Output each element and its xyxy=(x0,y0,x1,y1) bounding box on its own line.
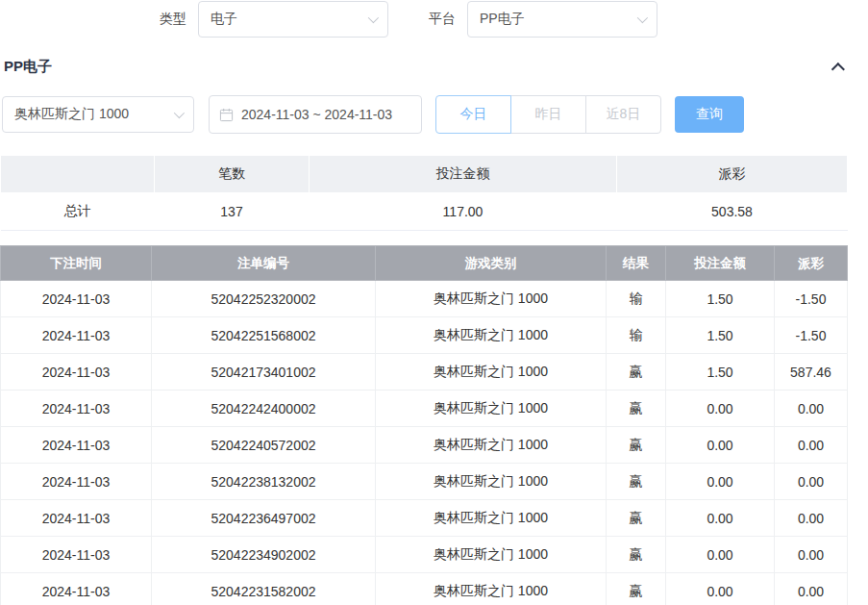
summary-header-count: 笔数 xyxy=(155,156,310,193)
cell-result: 赢 xyxy=(607,573,666,605)
cell-bet-amount: 0.00 xyxy=(666,537,775,573)
game-select-value: 奥林匹斯之门 1000 xyxy=(14,106,129,123)
cell-bet-amount: 0.00 xyxy=(666,427,775,464)
bet-table-body: 2024-11-03 52042252320002 奥林匹斯之门 1000 输 … xyxy=(1,281,848,605)
cell-result: 赢 xyxy=(607,500,666,537)
date-range-picker[interactable]: 2024-11-03 ~ 2024-11-03 xyxy=(209,95,422,134)
header-bet-amount: 投注金额 xyxy=(666,246,775,281)
cell-bet-amount: 1.50 xyxy=(666,354,775,391)
calendar-icon xyxy=(219,108,234,122)
chevron-up-icon[interactable] xyxy=(831,63,845,76)
cell-game-category: 奥林匹斯之门 1000 xyxy=(376,281,607,317)
bet-table: 下注时间 注单编号 游戏类别 结果 投注金额 派彩 2024-11-03 520… xyxy=(0,245,848,605)
cell-game-category: 奥林匹斯之门 1000 xyxy=(376,537,607,573)
section-title: PP电子 xyxy=(4,58,52,76)
cell-result: 赢 xyxy=(607,537,666,573)
cell-payout: 0.00 xyxy=(775,464,848,500)
type-select[interactable]: 电子 xyxy=(198,1,388,38)
cell-bet-time: 2024-11-03 xyxy=(1,354,152,391)
summary-total-payout: 503.58 xyxy=(617,193,848,231)
summary-header-row: 笔数 投注金额 派彩 xyxy=(1,156,848,193)
cell-game-category: 奥林匹斯之门 1000 xyxy=(376,391,607,427)
filter-bar: 奥林匹斯之门 1000 2024-11-03 ~ 2024-11-03 今日 昨… xyxy=(2,95,847,134)
section-header: PP电子 xyxy=(4,58,845,76)
cell-bet-amount: 1.50 xyxy=(666,317,775,354)
summary-total-bet-amount: 117.00 xyxy=(310,193,617,231)
table-row: 2024-11-03 52042252320002 奥林匹斯之门 1000 输 … xyxy=(1,281,848,317)
cell-game-category: 奥林匹斯之门 1000 xyxy=(376,427,607,464)
top-filter-row: 类型 电子 平台 PP电子 xyxy=(160,0,847,38)
cell-bet-time: 2024-11-03 xyxy=(1,281,152,317)
table-row: 2024-11-03 52042173401002 奥林匹斯之门 1000 赢 … xyxy=(1,354,848,391)
table-row: 2024-11-03 52042236497002 奥林匹斯之门 1000 赢 … xyxy=(1,500,848,537)
header-bet-time: 下注时间 xyxy=(1,246,152,281)
cell-bet-time: 2024-11-03 xyxy=(1,317,152,354)
table-row: 2024-11-03 52042240572002 奥林匹斯之门 1000 赢 … xyxy=(1,427,848,464)
cell-bet-no: 52042240572002 xyxy=(152,427,376,464)
cell-payout: -1.50 xyxy=(775,317,848,354)
summary-header-bet-amount: 投注金额 xyxy=(310,156,617,193)
cell-bet-amount: 0.00 xyxy=(666,500,775,537)
table-row: 2024-11-03 52042242400002 奥林匹斯之门 1000 赢 … xyxy=(1,391,848,427)
cell-bet-amount: 0.00 xyxy=(666,464,775,500)
chevron-down-icon xyxy=(174,108,185,118)
cell-game-category: 奥林匹斯之门 1000 xyxy=(376,317,607,354)
date-range-value: 2024-11-03 ~ 2024-11-03 xyxy=(241,107,392,122)
summary-total-label: 总计 xyxy=(1,193,155,231)
last-8-days-button[interactable]: 近8日 xyxy=(585,95,661,134)
chevron-down-icon xyxy=(368,13,379,23)
cell-bet-time: 2024-11-03 xyxy=(1,537,152,573)
cell-game-category: 奥林匹斯之门 1000 xyxy=(376,354,607,391)
cell-result: 赢 xyxy=(607,391,666,427)
cell-payout: 0.00 xyxy=(775,500,848,537)
cell-bet-time: 2024-11-03 xyxy=(1,427,152,464)
cell-bet-amount: 0.00 xyxy=(666,573,775,605)
cell-bet-no: 52042251568002 xyxy=(152,317,376,354)
cell-bet-no: 52042252320002 xyxy=(152,281,376,317)
cell-bet-no: 52042238132002 xyxy=(152,464,376,500)
cell-payout: -1.50 xyxy=(775,281,848,317)
cell-game-category: 奥林匹斯之门 1000 xyxy=(376,464,607,500)
platform-select[interactable]: PP电子 xyxy=(467,1,657,38)
header-game-category: 游戏类别 xyxy=(376,246,607,281)
header-payout: 派彩 xyxy=(775,246,848,281)
today-button[interactable]: 今日 xyxy=(435,95,511,134)
cell-bet-amount: 1.50 xyxy=(666,281,775,317)
cell-payout: 0.00 xyxy=(775,391,848,427)
cell-bet-no: 52042173401002 xyxy=(152,354,376,391)
chevron-down-icon xyxy=(637,13,648,23)
cell-result: 赢 xyxy=(607,464,666,500)
cell-bet-time: 2024-11-03 xyxy=(1,500,152,537)
cell-bet-amount: 0.00 xyxy=(666,391,775,427)
bet-table-header-row: 下注时间 注单编号 游戏类别 结果 投注金额 派彩 xyxy=(1,246,848,281)
type-label: 类型 xyxy=(160,11,186,28)
page: 类型 电子 平台 PP电子 PP电子 奥林匹斯之门 1000 xyxy=(0,0,868,605)
header-bet-no: 注单编号 xyxy=(152,246,376,281)
summary-table: 笔数 投注金额 派彩 总计 137 117.00 503.58 xyxy=(0,155,848,231)
cell-bet-time: 2024-11-03 xyxy=(1,464,152,500)
cell-bet-no: 52042234902002 xyxy=(152,537,376,573)
cell-bet-no: 52042236497002 xyxy=(152,500,376,537)
cell-result: 赢 xyxy=(607,427,666,464)
summary-total-count: 137 xyxy=(155,193,310,231)
cell-payout: 587.46 xyxy=(775,354,848,391)
type-select-value: 电子 xyxy=(211,11,237,28)
quick-date-button-group: 今日 昨日 近8日 xyxy=(435,95,661,134)
cell-bet-no: 52042231582002 xyxy=(152,573,376,605)
summary-header-empty xyxy=(1,156,155,193)
cell-game-category: 奥林匹斯之门 1000 xyxy=(376,500,607,537)
table-row: 2024-11-03 52042238132002 奥林匹斯之门 1000 赢 … xyxy=(1,464,848,500)
header-result: 结果 xyxy=(607,246,666,281)
game-select[interactable]: 奥林匹斯之门 1000 xyxy=(2,96,194,133)
table-row: 2024-11-03 52042251568002 奥林匹斯之门 1000 输 … xyxy=(1,317,848,354)
cell-payout: 0.00 xyxy=(775,537,848,573)
summary-total-row: 总计 137 117.00 503.58 xyxy=(1,193,848,231)
table-row: 2024-11-03 52042231582002 奥林匹斯之门 1000 赢 … xyxy=(1,573,848,605)
cell-bet-time: 2024-11-03 xyxy=(1,391,152,427)
summary-header-payout: 派彩 xyxy=(617,156,848,193)
platform-label: 平台 xyxy=(429,11,456,28)
cell-result: 赢 xyxy=(607,354,666,391)
search-button[interactable]: 查询 xyxy=(675,96,744,133)
yesterday-button[interactable]: 昨日 xyxy=(510,95,586,134)
platform-select-value: PP电子 xyxy=(480,11,525,28)
